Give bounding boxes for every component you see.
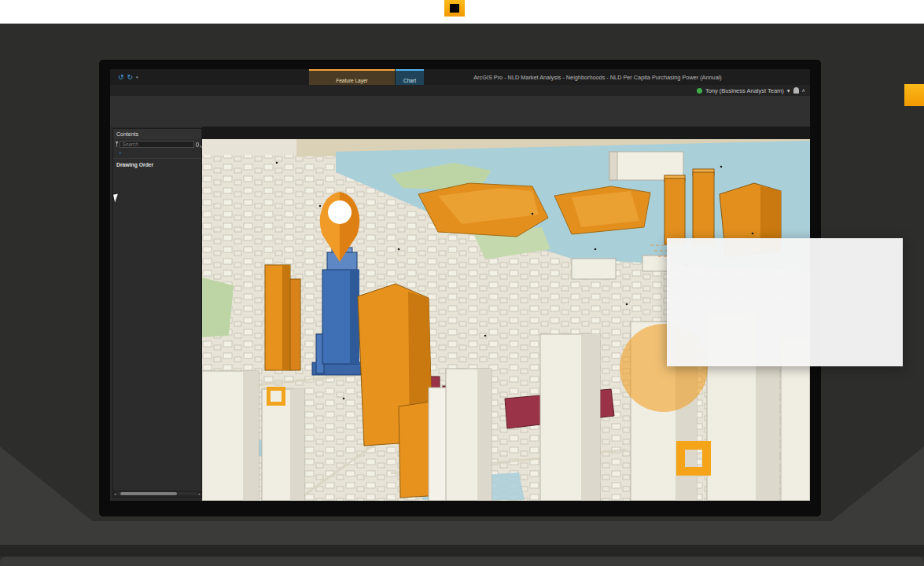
large-highlight-square (676, 441, 711, 476)
divider (113, 158, 201, 159)
brand-logo-icon (444, 0, 465, 17)
scroll-right-icon[interactable]: ▸ (198, 491, 201, 496)
laptop-base-front (0, 521, 924, 545)
laptop-base-left (0, 447, 93, 521)
user-caret-icon[interactable]: ▾ (787, 87, 790, 94)
search-input[interactable] (120, 141, 194, 148)
account-area: Tony (Business Analyst Team) ▾ ˄ (697, 85, 810, 96)
contextual-header-feature-layer: Feature Layer (309, 69, 395, 85)
redo-icon[interactable]: ↻ (127, 74, 134, 81)
contents-panel-header: Contents (113, 129, 201, 139)
contents-panel: Contents ⌃ Drawing Order ◂ ▸ (112, 128, 202, 498)
signed-in-user[interactable]: Tony (Business Analyst Team) (705, 87, 784, 94)
scrollbar-thumb[interactable] (120, 492, 177, 495)
qat-customize-icon[interactable]: ▾ (136, 75, 138, 79)
brand-logo-right-icon (904, 84, 924, 106)
active-tool-caret-icon: ⌃ (113, 153, 201, 156)
undo-icon[interactable]: ↺ (118, 74, 124, 81)
floor-shadow (0, 545, 924, 557)
floor-strip (0, 557, 924, 566)
quick-access-toolbar: ↺ ↻ ▾ (110, 74, 138, 81)
ribbon (110, 96, 810, 127)
ribbon-tab-row: Tony (Business Analyst Team) ▾ ˄ (110, 85, 810, 96)
layer-tree (113, 169, 201, 491)
horizontal-scrollbar[interactable]: ◂ ▸ (113, 491, 201, 497)
bar-chart-card (667, 238, 903, 366)
contents-search-row (113, 139, 201, 149)
drawing-order-label: Drawing Order (113, 160, 201, 169)
title-bar: ↺ ↻ ▾ Feature Layer Chart ArcGIS Pro - N… (110, 69, 810, 85)
window-title: ArcGIS Pro - NLD Market Analysis - Neigh… (468, 74, 727, 81)
filter-icon[interactable] (116, 142, 118, 147)
contextual-header-chart: Chart (396, 69, 424, 85)
laptop-base-right (831, 447, 924, 521)
search-icon (196, 142, 199, 147)
scroll-left-icon[interactable]: ◂ (114, 491, 116, 496)
user-status-icon (697, 88, 702, 94)
small-highlight-square (267, 387, 285, 406)
collapse-ribbon-icon[interactable]: ˄ (802, 87, 805, 94)
notifications-bell-icon[interactable] (793, 87, 799, 94)
contents-panel-title: Contents (116, 131, 138, 137)
view-tab-strip (202, 127, 810, 139)
